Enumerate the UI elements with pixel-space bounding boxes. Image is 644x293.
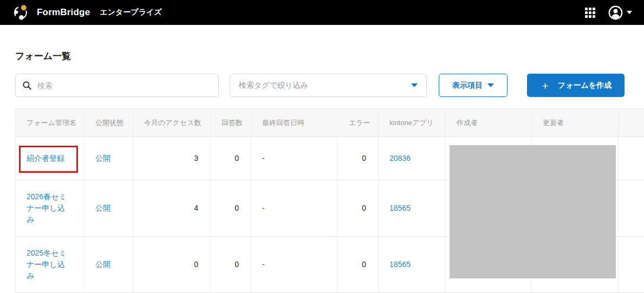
column-header-updater: 更新者 (532, 109, 619, 137)
monthly-access-cell: 4 (133, 180, 211, 237)
publish-status-link[interactable]: 公開 (95, 154, 110, 162)
column-header-kintone-app: kintoneアプリ (379, 109, 446, 137)
apps-grid-icon[interactable] (585, 8, 595, 18)
column-header-last-answer: 最終回答日時 (251, 109, 338, 137)
create-form-button[interactable]: ＋ フォームを作成 (527, 74, 625, 97)
tag-filter-select[interactable]: 検索タグで絞り込み (230, 74, 427, 97)
top-navigation-bar: FormBridge エンタープライズ (0, 0, 644, 25)
form-name-link[interactable]: 紹介者登録 (27, 154, 64, 162)
monthly-access-cell: 0 (133, 237, 211, 293)
column-header-form-name: フォーム管理名 (16, 109, 84, 137)
publish-status-cell: 公開 (84, 137, 133, 180)
publish-status-link[interactable]: 公開 (95, 260, 110, 269)
errors-cell: 0 (338, 237, 379, 293)
errors-cell: 0 (338, 180, 379, 237)
search-icon (22, 81, 32, 90)
last-answer-cell: - (251, 237, 338, 293)
answers-cell: 0 (211, 237, 251, 293)
extra-cell (619, 180, 644, 237)
kintone-app-cell: 18565 (379, 180, 446, 237)
publish-status-cell: 公開 (84, 237, 133, 293)
formbridge-logo-icon (12, 4, 29, 21)
chevron-down-icon (411, 83, 418, 87)
search-input[interactable] (37, 81, 212, 90)
display-items-button[interactable]: 表示項目 (439, 74, 508, 97)
table-header-row: フォーム管理名 公開状態 今月のアクセス数 回答数 最終回答日時 エラー kin… (16, 109, 644, 137)
kintone-app-cell: 20836 (379, 137, 446, 180)
form-name-link[interactable]: 2025冬セミナー申し込み (27, 249, 67, 280)
display-items-label: 表示項目 (452, 81, 483, 90)
column-header-extra (619, 109, 644, 137)
column-header-publish-status: 公開状態 (84, 109, 133, 137)
column-header-errors: エラー (338, 109, 379, 137)
last-answer-cell: - (251, 137, 338, 180)
brand-name: FormBridge (37, 7, 90, 18)
extra-cell (619, 237, 644, 293)
answers-cell: 0 (211, 137, 251, 180)
plan-badge: エンタープライズ (100, 8, 161, 17)
form-name-cell: 2025冬セミナー申し込み (16, 237, 84, 293)
form-name-link[interactable]: 2026春セミナー申し込み (27, 192, 67, 224)
last-answer-cell: - (251, 180, 338, 237)
monthly-access-cell: 3 (133, 137, 211, 180)
search-box (15, 74, 219, 97)
kintone-app-link[interactable]: 18565 (389, 204, 411, 212)
redaction-overlay (450, 145, 616, 278)
extra-cell (619, 137, 644, 180)
chevron-down-icon (487, 83, 494, 87)
publish-status-link[interactable]: 公開 (95, 204, 110, 212)
form-name-cell: 紹介者登録 (16, 137, 84, 180)
errors-cell: 0 (338, 137, 379, 180)
avatar-icon (608, 5, 623, 20)
create-form-label: フォームを作成 (558, 81, 612, 90)
column-header-creator: 作成者 (446, 109, 532, 137)
kintone-app-cell: 18565 (379, 237, 446, 293)
plus-icon: ＋ (540, 80, 550, 90)
column-header-monthly-access: 今月のアクセス数 (133, 109, 211, 137)
kintone-app-link[interactable]: 18565 (389, 260, 411, 269)
top-actions (585, 5, 632, 20)
publish-status-cell: 公開 (84, 180, 133, 237)
answers-cell: 0 (211, 180, 251, 237)
page-title: フォーム一覧 (15, 50, 71, 62)
account-menu-button[interactable] (608, 5, 632, 20)
chevron-down-icon (627, 11, 632, 14)
brand-group: FormBridge エンタープライズ (12, 4, 162, 21)
kintone-app-link[interactable]: 20836 (389, 154, 411, 162)
form-name-cell: 2026春セミナー申し込み (16, 180, 84, 237)
column-header-answers: 回答数 (211, 109, 251, 137)
app-window: FormBridge エンタープライズ フォーム一覧 (0, 0, 644, 293)
tag-filter-placeholder: 検索タグで絞り込み (239, 81, 411, 90)
